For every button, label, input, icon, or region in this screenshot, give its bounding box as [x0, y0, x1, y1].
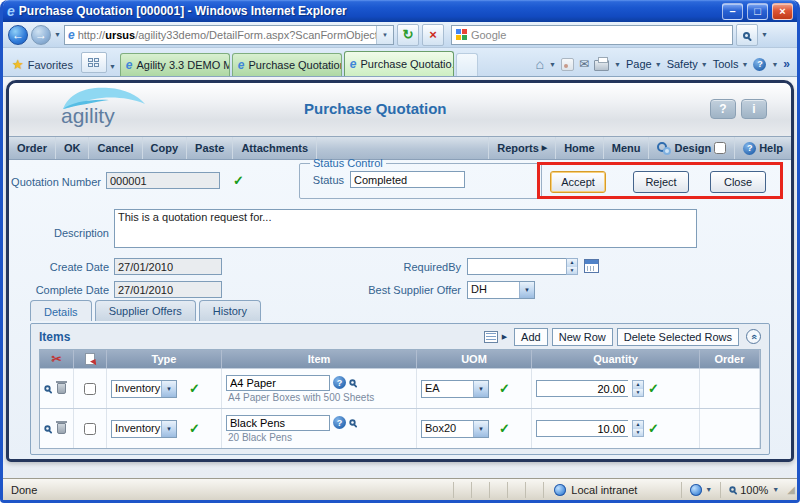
spin-down-icon[interactable]: ▼ — [633, 429, 643, 437]
url-dropdown-button[interactable]: ▼ — [376, 26, 393, 44]
description-field[interactable]: This is a quotation request for... — [114, 209, 697, 248]
menu-item-reports[interactable]: Reports▶ — [488, 137, 555, 159]
page-menu[interactable]: Page▼ — [626, 58, 662, 70]
toolbar-overflow-icon[interactable]: » — [783, 57, 790, 71]
search-box[interactable]: Google — [451, 25, 733, 45]
export-caret-icon[interactable]: ▶ — [502, 333, 507, 341]
print-icon[interactable] — [594, 60, 609, 71]
status-field[interactable] — [350, 171, 465, 188]
type-select[interactable]: Inventory ▼ — [111, 380, 177, 398]
spin-up-icon[interactable]: ▲ — [633, 421, 643, 429]
item-lookup-icon[interactable] — [349, 419, 355, 425]
menu-item-attachments[interactable]: Attachments — [233, 137, 317, 159]
collapse-section-button[interactable]: « — [746, 329, 761, 344]
tools-menu[interactable]: Tools▼ — [713, 58, 749, 70]
security-zone[interactable]: Local intranet — [543, 482, 681, 498]
quantity-field[interactable] — [536, 380, 628, 397]
delete-row-icon[interactable] — [57, 383, 66, 394]
search-button[interactable] — [736, 24, 758, 46]
quotation-number-field[interactable] — [106, 172, 220, 189]
app-help-button[interactable]: ? — [710, 99, 736, 119]
view-row-icon[interactable] — [44, 385, 50, 391]
menu-item-copy[interactable]: Copy — [143, 137, 188, 159]
item-field[interactable] — [226, 415, 330, 431]
combo-arrow-icon[interactable]: ▼ — [161, 421, 176, 437]
create-date-field[interactable] — [114, 258, 222, 275]
item-help-icon[interactable]: ? — [333, 416, 346, 429]
address-url[interactable]: http://ursus/agility33demo/DetailForm.as… — [78, 29, 376, 41]
safety-menu[interactable]: Safety▼ — [667, 58, 708, 70]
search-caret-icon[interactable]: ▼ — [761, 31, 768, 38]
tab-supplier-offers[interactable]: Supplier Offers — [95, 300, 196, 321]
menu-item-help[interactable]: ? Help — [734, 137, 791, 159]
home-caret-icon[interactable]: ▼ — [549, 61, 556, 68]
quantity-spinner[interactable]: ▲ ▼ — [632, 420, 644, 437]
home-icon[interactable]: ⌂ — [536, 58, 544, 70]
refresh-button[interactable]: ↻ — [397, 24, 419, 46]
row-select-checkbox[interactable] — [84, 423, 96, 435]
design-checkbox[interactable] — [714, 142, 726, 154]
calendar-icon[interactable] — [584, 259, 599, 273]
protected-mode-control[interactable]: ▼ — [681, 482, 720, 498]
required-by-spinner[interactable]: ▲ ▼ — [566, 258, 578, 275]
zoom-control[interactable]: 100% ▼ — [720, 482, 787, 498]
rss-icon[interactable] — [561, 58, 574, 71]
quantity-spinner[interactable]: ▲ ▼ — [632, 380, 644, 397]
add-button[interactable]: Add — [514, 328, 548, 346]
quick-tabs-button[interactable] — [81, 52, 107, 73]
item-lookup-icon[interactable] — [349, 379, 355, 385]
uom-select[interactable]: Box20 ▼ — [421, 420, 489, 438]
search-input[interactable]: Google — [471, 29, 728, 41]
address-field[interactable]: e http://ursus/agility33demo/DetailForm.… — [64, 25, 394, 45]
delete-row-icon[interactable] — [57, 423, 66, 434]
ie-help-icon[interactable]: ? — [753, 58, 766, 71]
menu-item-paste[interactable]: Paste — [187, 137, 233, 159]
export-grid-icon[interactable] — [484, 331, 498, 343]
read-mail-icon[interactable]: ✉ — [579, 59, 589, 69]
combo-arrow-icon[interactable]: ▼ — [473, 381, 488, 397]
spin-down-icon[interactable]: ▼ — [567, 267, 577, 275]
browser-tab-3-active[interactable]: e Purchase Quotatio... × — [344, 51, 454, 76]
back-button[interactable]: ← — [8, 25, 28, 45]
new-row-button[interactable]: New Row — [552, 328, 613, 346]
menu-item-cancel[interactable]: Cancel — [89, 137, 142, 159]
new-tab-button[interactable] — [456, 53, 478, 76]
help-caret-icon[interactable]: ▼ — [771, 61, 778, 68]
quantity-field[interactable] — [536, 420, 628, 437]
tab-list-caret-icon[interactable]: ▼ — [107, 63, 120, 76]
accept-button[interactable]: Accept — [550, 171, 606, 193]
best-supplier-offer-select[interactable]: DH ▼ — [467, 281, 535, 299]
required-by-field[interactable] — [467, 258, 566, 275]
combo-arrow-icon[interactable]: ▼ — [161, 381, 176, 397]
app-info-button[interactable]: i — [741, 99, 767, 119]
type-select[interactable]: Inventory ▼ — [111, 420, 177, 438]
favorites-button[interactable]: ★ Favorites — [6, 59, 81, 76]
uom-select[interactable]: EA ▼ — [421, 380, 489, 398]
close-button[interactable]: × — [772, 3, 793, 20]
delete-selected-rows-button[interactable]: Delete Selected Rows — [617, 328, 739, 346]
spin-down-icon[interactable]: ▼ — [633, 389, 643, 397]
row-select-checkbox[interactable] — [84, 383, 96, 395]
menu-item-design[interactable]: Design — [648, 137, 734, 159]
paste-column-icon[interactable] — [85, 353, 95, 365]
menu-item-menu[interactable]: Menu — [603, 137, 649, 159]
combo-arrow-icon[interactable]: ▼ — [473, 421, 488, 437]
forward-button[interactable]: → — [31, 25, 51, 45]
browser-tab-2[interactable]: e Purchase Quotations — [232, 53, 342, 76]
reject-button[interactable]: Reject — [633, 171, 689, 193]
tab-history[interactable]: History — [199, 300, 261, 321]
item-field[interactable] — [226, 375, 330, 391]
close-quotation-button[interactable]: Close — [710, 171, 766, 193]
browser-tab-1[interactable]: e Agility 3.3 DEMO Mast... — [120, 53, 230, 76]
minimize-button[interactable]: – — [722, 3, 743, 20]
menu-item-home[interactable]: Home — [555, 137, 603, 159]
view-row-icon[interactable] — [44, 425, 50, 431]
tab-details[interactable]: Details — [30, 300, 92, 321]
history-caret-icon[interactable]: ▼ — [54, 31, 61, 38]
combo-arrow-icon[interactable]: ▼ — [519, 282, 534, 298]
maximize-button[interactable]: □ — [747, 3, 768, 20]
stop-button[interactable]: × — [422, 24, 444, 46]
menu-item-ok[interactable]: OK — [56, 137, 90, 159]
spin-up-icon[interactable]: ▲ — [633, 381, 643, 389]
print-caret-icon[interactable]: ▼ — [614, 61, 621, 68]
